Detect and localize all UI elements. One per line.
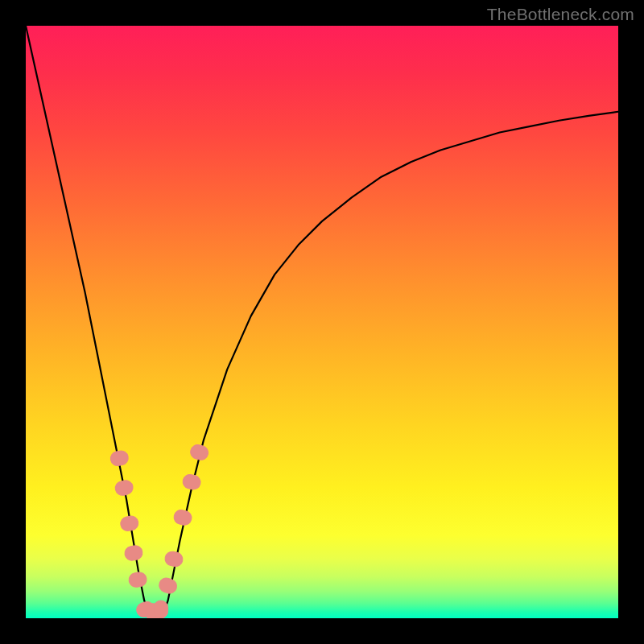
data-marker xyxy=(114,479,134,497)
data-marker xyxy=(119,515,139,532)
data-markers xyxy=(109,444,210,618)
data-marker xyxy=(163,551,184,568)
data-marker xyxy=(157,576,178,596)
plot-svg xyxy=(26,26,618,618)
data-marker xyxy=(109,449,130,467)
bottleneck-curve xyxy=(26,26,618,618)
data-marker xyxy=(189,444,210,461)
plot-area xyxy=(26,26,618,618)
chart-frame: TheBottleneck.com xyxy=(0,0,644,644)
data-marker xyxy=(154,601,168,618)
data-marker xyxy=(172,509,192,526)
watermark-text: TheBottleneck.com xyxy=(487,5,634,24)
data-marker xyxy=(128,572,148,588)
data-marker xyxy=(124,545,144,562)
data-marker xyxy=(181,473,201,491)
